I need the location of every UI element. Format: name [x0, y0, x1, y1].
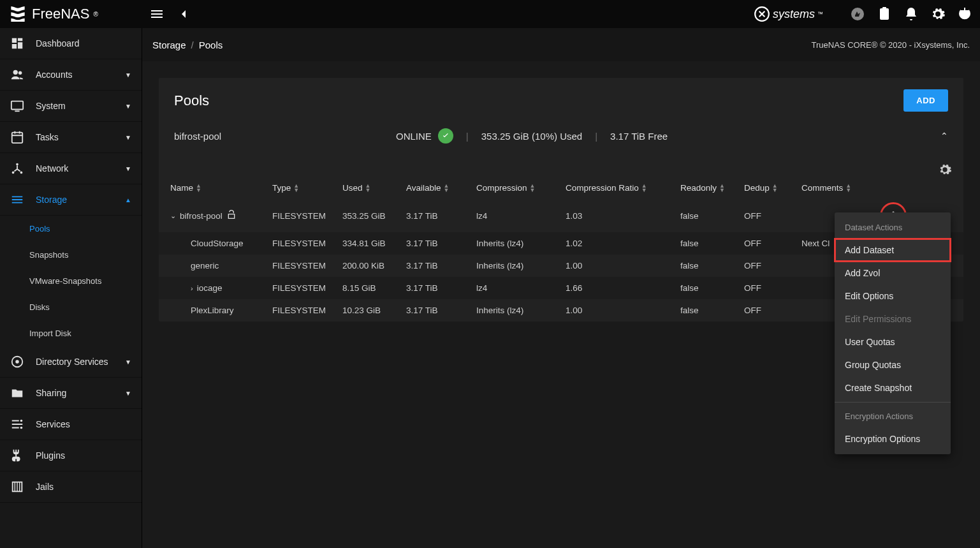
bell-icon[interactable]	[903, 6, 919, 22]
cell-dedup: OFF	[744, 239, 801, 248]
svg-rect-7	[12, 133, 23, 144]
sidebar-subitem-snapshots[interactable]: Snapshots	[0, 242, 142, 268]
ixsystems-text: systems	[773, 8, 815, 21]
menu-icon[interactable]	[149, 6, 165, 22]
pool-summary-row: bifrost-pool ONLINE | 353.25 GiB (10%) U…	[159, 119, 963, 158]
col-ratio[interactable]: Compression Ratio▲▼	[566, 183, 680, 193]
sidebar: Dashboard Accounts ▼ System ▼ Tasks ▼ Ne…	[0, 28, 142, 548]
sidebar-subitem-import[interactable]: Import Disk	[0, 320, 142, 346]
breadcrumb: Storage / Pools TrueNAS CORE® © 2020 - i…	[142, 28, 980, 61]
sidebar-subitem-vmware[interactable]: VMware-Snapshots	[0, 268, 142, 294]
back-icon[interactable]	[176, 6, 191, 22]
sidebar-item-label: Jails	[36, 482, 54, 492]
cell-type: FILESYSTEM	[272, 283, 342, 293]
collapse-pool-icon[interactable]: ⌃	[940, 131, 948, 141]
col-comments[interactable]: Comments▲▼	[801, 183, 878, 193]
directory-icon	[10, 355, 24, 369]
table-settings-icon[interactable]	[938, 163, 952, 177]
pool-used: 353.25 GiB (10%) Used	[481, 131, 582, 142]
breadcrumb-root[interactable]: Storage	[152, 40, 186, 50]
sidebar-item-label: Sharing	[36, 388, 66, 398]
dataset-name: generic	[191, 261, 219, 270]
cell-ro: false	[680, 283, 744, 293]
system-icon	[10, 99, 24, 113]
storage-icon	[10, 193, 24, 207]
menu-section-encryption: Encryption Actions	[835, 405, 951, 427]
chevron-down-icon[interactable]: ⌄	[170, 212, 176, 220]
col-compression[interactable]: Compression▲▼	[476, 183, 566, 193]
pools-card: Pools ADD bifrost-pool ONLINE | 353.25 G…	[159, 78, 963, 322]
dashboard-icon	[10, 36, 24, 50]
svg-rect-3	[882, 7, 886, 10]
svg-rect-2	[880, 8, 889, 20]
sidebar-item-network[interactable]: Network ▼	[0, 153, 142, 184]
sidebar-item-accounts[interactable]: Accounts ▼	[0, 59, 142, 91]
sidebar-item-jails[interactable]: Jails	[0, 471, 142, 503]
svg-point-10	[20, 172, 23, 174]
menu-encryption-options[interactable]: Encryption Options	[835, 427, 951, 450]
topbar: FreeNAS® systems™	[0, 0, 980, 28]
cell-type: FILESYSTEM	[272, 261, 342, 270]
chevron-up-icon: ▲	[125, 196, 131, 204]
svg-point-12	[15, 360, 19, 364]
cell-used: 10.23 GiB	[342, 306, 406, 315]
dataset-name: bifrost-pool	[180, 211, 223, 221]
sidebar-item-services[interactable]: Services	[0, 409, 142, 440]
sidebar-item-label: Services	[36, 419, 70, 429]
col-available[interactable]: Available▲▼	[406, 183, 476, 193]
power-icon[interactable]	[957, 6, 972, 22]
cell-ratio: 1.00	[566, 306, 680, 315]
svg-point-9	[12, 172, 15, 174]
col-used[interactable]: Used▲▼	[342, 183, 406, 193]
sidebar-item-directory[interactable]: Directory Services ▼	[0, 346, 142, 378]
sidebar-item-dashboard[interactable]: Dashboard	[0, 28, 142, 59]
menu-group-quotas[interactable]: Group Quotas	[835, 353, 951, 376]
sidebar-subitem-pools[interactable]: Pools	[0, 216, 142, 242]
cell-ratio: 1.03	[566, 211, 680, 221]
clipboard-icon[interactable]	[877, 6, 892, 22]
cell-avail: 3.17 TiB	[406, 261, 476, 270]
sidebar-item-plugins[interactable]: Plugins	[0, 440, 142, 471]
chevron-down-icon: ▼	[125, 71, 131, 78]
sidebar-item-tasks[interactable]: Tasks ▼	[0, 122, 142, 153]
col-readonly[interactable]: Readonly▲▼	[680, 183, 744, 193]
add-button[interactable]: ADD	[903, 89, 948, 112]
chevron-down-icon: ▼	[125, 134, 131, 141]
col-type[interactable]: Type▲▼	[272, 183, 342, 193]
sharing-icon	[10, 386, 24, 400]
cell-type: FILESYSTEM	[272, 211, 342, 221]
cell-ratio: 1.02	[566, 239, 680, 248]
chevron-right-icon[interactable]: ›	[191, 285, 193, 292]
jails-icon	[10, 480, 24, 494]
menu-edit-options[interactable]: Edit Options	[835, 285, 951, 307]
breadcrumb-leaf: Pools	[199, 40, 223, 50]
sidebar-item-storage[interactable]: Storage ▲	[0, 184, 142, 216]
svg-point-8	[16, 163, 18, 166]
sidebar-item-label: System	[36, 101, 66, 111]
dataset-name: CloudStorage	[191, 239, 244, 248]
cell-used: 353.25 GiB	[342, 211, 406, 221]
cell-comp: lz4	[476, 283, 566, 293]
menu-add-zvol[interactable]: Add Zvol	[835, 262, 951, 285]
cell-avail: 3.17 TiB	[406, 239, 476, 248]
truecommand-icon[interactable]	[850, 6, 865, 22]
svg-point-4	[13, 70, 18, 75]
menu-add-dataset[interactable]: Add Dataset	[835, 239, 951, 262]
sidebar-item-system[interactable]: System ▼	[0, 91, 142, 122]
sidebar-subitem-disks[interactable]: Disks	[0, 294, 142, 320]
sidebar-item-label: Tasks	[36, 132, 59, 142]
sidebar-item-sharing[interactable]: Sharing ▼	[0, 378, 142, 409]
cell-ro: false	[680, 261, 744, 270]
chevron-down-icon: ▼	[125, 103, 131, 110]
network-icon	[10, 161, 24, 175]
gear-icon[interactable]	[930, 6, 946, 22]
col-name[interactable]: Name▲▼	[170, 183, 272, 193]
cell-comp: Inherits (lz4)	[476, 306, 566, 315]
unlock-icon	[226, 210, 237, 222]
chevron-down-icon: ▼	[125, 165, 131, 172]
col-dedup[interactable]: Dedup▲▼	[744, 183, 801, 193]
check-icon	[438, 128, 453, 144]
menu-user-quotas[interactable]: User Quotas	[835, 330, 951, 353]
menu-create-snapshot[interactable]: Create Snapshot	[835, 376, 951, 399]
ixsystems-logo[interactable]: systems™	[754, 6, 823, 22]
